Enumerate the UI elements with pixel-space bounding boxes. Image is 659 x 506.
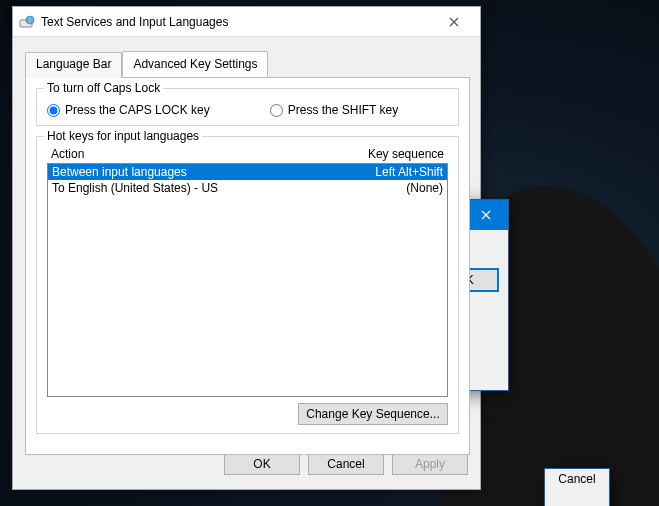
hotkeys-group: Hot keys for input languages Action Key … [36,136,459,434]
radio-shift-input[interactable] [270,104,283,117]
hotkey-seq: Left Alt+Shift [375,165,443,179]
radio-capslock-key[interactable]: Press the CAPS LOCK key [47,103,210,117]
tab-panel-advanced: To turn off Caps Lock Press the CAPS LOC… [25,77,470,455]
hotkeys-header: Action Key sequence [47,147,448,163]
radio-capslock-label: Press the CAPS LOCK key [65,103,210,117]
tab-language-bar[interactable]: Language Bar [25,52,122,78]
hotkey-seq: (None) [406,181,443,195]
child-close-button[interactable] [464,200,508,230]
cancel-button[interactable]: Cancel [308,453,384,475]
radio-capslock-input[interactable] [47,104,60,117]
col-action: Action [51,147,84,161]
apply-button[interactable]: Apply [392,453,468,475]
text-services-dialog: Text Services and Input Languages Langua… [12,6,481,490]
capslock-options: Press the CAPS LOCK key Press the SHIFT … [47,103,448,117]
hotkey-action: Between input languages [52,165,187,179]
change-key-sequence-button[interactable]: Change Key Sequence... [298,403,448,425]
dialog-body: Language Bar Advanced Key Settings To tu… [13,37,480,489]
radio-shift-key[interactable]: Press the SHIFT key [270,103,398,117]
change-seq-row: Change Key Sequence... [47,403,448,425]
tab-strip: Language Bar Advanced Key Settings [25,51,468,77]
tab-advanced-key-settings[interactable]: Advanced Key Settings [122,51,268,77]
dialog-titlebar[interactable]: Text Services and Input Languages [13,7,480,37]
radio-shift-label: Press the SHIFT key [288,103,398,117]
keyboard-globe-icon [19,14,35,30]
list-item[interactable]: Between input languages Left Alt+Shift [48,164,447,180]
dialog-actions: OK Cancel Apply [224,453,468,475]
ok-button[interactable]: OK [224,453,300,475]
capslock-legend: To turn off Caps Lock [44,81,163,95]
capslock-group: To turn off Caps Lock Press the CAPS LOC… [36,88,459,126]
hotkeys-list[interactable]: Between input languages Left Alt+Shift T… [47,163,448,397]
col-keyseq: Key sequence [368,147,444,161]
list-item[interactable]: To English (United States) - US (None) [48,180,447,196]
hotkeys-legend: Hot keys for input languages [44,129,202,143]
close-button[interactable] [434,10,474,34]
child-cancel-button[interactable]: Cancel [544,468,610,506]
dialog-title: Text Services and Input Languages [41,15,228,29]
hotkey-action: To English (United States) - US [52,181,218,195]
